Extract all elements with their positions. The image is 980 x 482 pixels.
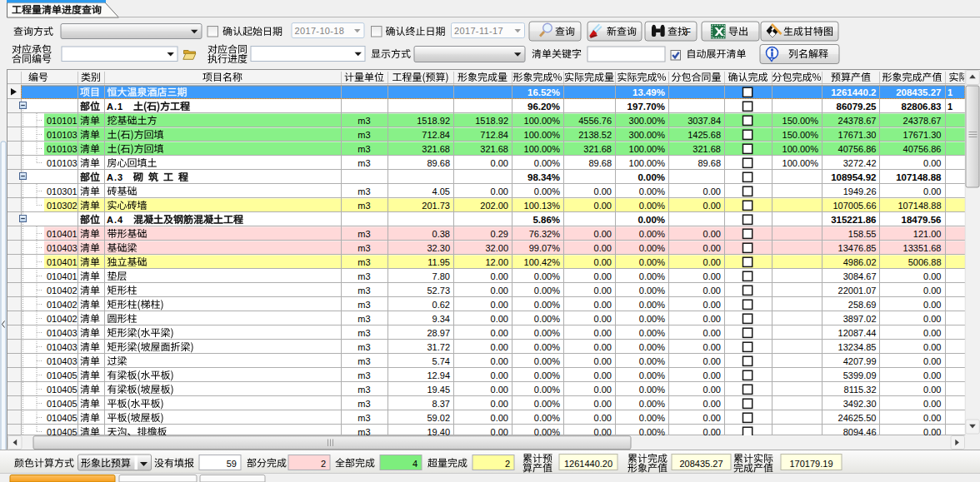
svg-text:m3: m3 [358, 116, 370, 126]
svg-text:59.02: 59.02 [427, 413, 450, 423]
svg-text:0.00: 0.00 [923, 328, 941, 338]
svg-text:0.00%: 0.00% [534, 356, 560, 366]
svg-text:0.00: 0.00 [594, 243, 612, 253]
svg-text:0.00: 0.00 [703, 342, 721, 352]
svg-text:0.00: 0.00 [594, 201, 612, 211]
svg-text:0.00: 0.00 [703, 385, 721, 395]
svg-text:0.00: 0.00 [923, 370, 941, 380]
svg-text:201.73: 201.73 [422, 201, 450, 211]
svg-text:0.00%: 0.00% [534, 271, 560, 281]
svg-text:1518.92: 1518.92 [417, 116, 450, 126]
svg-text:0.00: 0.00 [923, 413, 941, 423]
svg-text:100.00%: 100.00% [782, 144, 819, 154]
svg-text:0.00%: 0.00% [639, 257, 665, 267]
svg-text:m3: m3 [358, 427, 370, 437]
svg-text:170179.19: 170179.19 [790, 459, 833, 469]
svg-text:0.00: 0.00 [923, 158, 941, 168]
svg-text:F: F [686, 27, 691, 37]
svg-text:8115.32: 8115.32 [844, 385, 877, 395]
svg-text:0.00: 0.00 [703, 427, 721, 437]
svg-text:4556.76: 4556.76 [578, 116, 612, 126]
svg-text:13.49%: 13.49% [632, 87, 665, 97]
svg-text:8.37: 8.37 [432, 399, 450, 409]
svg-text:0.00: 0.00 [491, 356, 508, 366]
svg-text:0.00%: 0.00% [639, 427, 665, 437]
svg-text:0.00%: 0.00% [638, 172, 665, 182]
svg-text:76.32%: 76.32% [529, 229, 561, 239]
svg-text:010401: 010401 [47, 271, 78, 281]
svg-text:3084.67: 3084.67 [843, 271, 877, 281]
svg-text:0.00: 0.00 [923, 427, 941, 437]
svg-text:0.00%: 0.00% [639, 201, 665, 211]
svg-text:A.4: A.4 [107, 215, 123, 225]
svg-text:100.00%: 100.00% [524, 116, 561, 126]
svg-text:0.00: 0.00 [923, 342, 941, 352]
svg-text:11.95: 11.95 [428, 257, 450, 267]
svg-text:0.00: 0.00 [491, 427, 508, 437]
svg-text:4207.99: 4207.99 [843, 356, 877, 366]
svg-text:315221.86: 315221.86 [831, 215, 876, 225]
svg-text:24625.50: 24625.50 [838, 413, 877, 423]
svg-text:0.00: 0.00 [703, 257, 721, 267]
svg-text:150.00%: 150.00% [782, 130, 819, 140]
svg-text:m3: m3 [358, 286, 370, 296]
svg-text:0.00%: 0.00% [639, 186, 665, 196]
svg-text:24378.67: 24378.67 [838, 116, 877, 126]
svg-text:98.34%: 98.34% [528, 172, 560, 182]
svg-text:0.00%: 0.00% [639, 229, 665, 239]
svg-text:59: 59 [227, 459, 237, 469]
svg-text:0.29: 0.29 [491, 229, 508, 239]
svg-text:158.55: 158.55 [848, 229, 877, 239]
svg-text:010101: 010101 [47, 116, 78, 126]
svg-text:0.00: 0.00 [703, 286, 721, 296]
svg-text:2138.52: 2138.52 [578, 130, 612, 140]
svg-text:3037.84: 3037.84 [688, 116, 721, 126]
svg-text:010103: 010103 [47, 144, 78, 154]
svg-text:0.00%: 0.00% [639, 356, 665, 366]
svg-text:18479.56: 18479.56 [902, 215, 942, 225]
svg-text:12.00: 12.00 [485, 257, 508, 267]
svg-text:m3: m3 [358, 144, 370, 154]
svg-text:5.86%: 5.86% [532, 215, 560, 225]
svg-text:208435.27: 208435.27 [896, 87, 941, 97]
svg-text:0.00: 0.00 [491, 271, 508, 281]
svg-text:0.00: 0.00 [594, 271, 612, 281]
svg-text:m3: m3 [358, 201, 370, 211]
svg-text:0.38: 0.38 [432, 229, 450, 239]
svg-text:m3: m3 [358, 158, 370, 168]
svg-text:0.00%: 0.00% [534, 158, 560, 168]
svg-text:1425.68: 1425.68 [688, 130, 721, 140]
svg-text:3492.30: 3492.30 [843, 399, 877, 409]
svg-text:0.00%: 0.00% [534, 427, 560, 437]
svg-text:0.00: 0.00 [923, 286, 941, 296]
svg-text:0.00: 0.00 [594, 314, 612, 324]
svg-text:9.34: 9.34 [432, 314, 450, 324]
svg-text:0.00%: 0.00% [534, 385, 560, 395]
svg-text:010405: 010405 [47, 413, 78, 423]
svg-text:13351.68: 13351.68 [903, 243, 942, 253]
svg-text:0.00%: 0.00% [534, 300, 560, 310]
svg-text:52.73: 52.73 [427, 286, 450, 296]
svg-text:300.00%: 300.00% [629, 130, 666, 140]
svg-text:108954.92: 108954.92 [831, 172, 876, 182]
svg-text:0.00: 0.00 [491, 158, 508, 168]
svg-text:0.00: 0.00 [491, 413, 508, 423]
svg-text:010402: 010402 [47, 286, 78, 296]
svg-text:0.00%: 0.00% [534, 328, 560, 338]
svg-text:150.00%: 150.00% [782, 116, 819, 126]
svg-text:19.45: 19.45 [427, 385, 450, 395]
svg-text:0.00: 0.00 [491, 314, 508, 324]
svg-text:0.00: 0.00 [594, 300, 612, 310]
svg-text:010403: 010403 [47, 243, 78, 253]
svg-text:86079.25: 86079.25 [837, 102, 878, 112]
svg-text:0.00: 0.00 [923, 300, 941, 310]
svg-text:010401: 010401 [47, 229, 78, 239]
svg-text:300.00%: 300.00% [629, 116, 666, 126]
svg-text:010103: 010103 [47, 130, 78, 140]
svg-text:010302: 010302 [47, 201, 78, 211]
svg-text:010301: 010301 [47, 186, 78, 196]
svg-text:0.00: 0.00 [594, 399, 612, 409]
svg-text:0.00: 0.00 [923, 385, 941, 395]
svg-text:0.00: 0.00 [491, 328, 508, 338]
svg-text:0.00%: 0.00% [638, 215, 665, 225]
